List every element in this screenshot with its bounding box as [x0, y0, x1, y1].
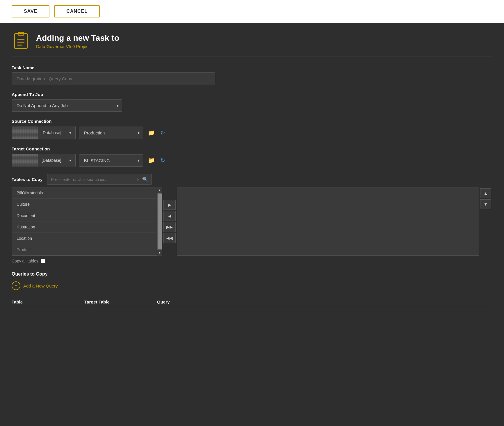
- list-item[interactable]: BillOfMaterials: [12, 187, 157, 199]
- scroll-up-btn[interactable]: ▲: [157, 187, 162, 193]
- query-col-target: Target Table: [84, 299, 157, 304]
- page-header: Adding a new Task to Data Governor V5.0 …: [12, 32, 492, 56]
- tables-search-input[interactable]: [51, 177, 134, 182]
- scroll-down-btn[interactable]: ▼: [157, 250, 162, 256]
- task-name-input[interactable]: [12, 72, 215, 85]
- target-refresh-icon[interactable]: ↻: [159, 156, 166, 165]
- move-down-button[interactable]: ▼: [480, 199, 491, 209]
- list-item[interactable]: Location: [12, 233, 157, 244]
- target-db-label: [Database]: [38, 158, 65, 163]
- source-connection-section: Source Connection [Database] ▾ Productio…: [12, 119, 492, 139]
- transfer-container: BillOfMaterials Culture Document Illustr…: [12, 187, 492, 256]
- toolbar: SAVE CANCEL: [0, 0, 504, 23]
- list-item[interactable]: Illustration: [12, 221, 157, 233]
- append-job-select[interactable]: Do Not Append to Any Job: [12, 99, 122, 112]
- queries-section-title: Queries to Copy: [12, 271, 492, 277]
- source-connection-label: Source Connection: [12, 119, 492, 124]
- source-db-label: [Database]: [38, 130, 65, 135]
- svg-rect-0: [15, 33, 27, 49]
- target-folder-icon[interactable]: 📁: [147, 156, 156, 165]
- selected-tables-panel: [177, 187, 479, 256]
- target-db-chevron-icon[interactable]: ▾: [65, 154, 75, 167]
- target-connection-section: Target Connection [Database] ▾ BI_STAGIN…: [12, 146, 492, 167]
- target-action-icons: 📁 ↻: [147, 156, 166, 165]
- target-db-select[interactable]: [Database] ▾: [12, 154, 76, 167]
- available-tables-panel: BillOfMaterials Culture Document Illustr…: [12, 187, 157, 256]
- source-db-thumbnail: [12, 127, 38, 139]
- main-content: Adding a new Task to Data Governor V5.0 …: [0, 23, 504, 426]
- source-refresh-icon[interactable]: ↻: [159, 128, 166, 137]
- add-query-row: + Add a New Query: [12, 281, 492, 290]
- move-left-button[interactable]: ◀: [163, 211, 176, 221]
- scroll-thumb: [158, 194, 162, 249]
- source-db-chevron-icon[interactable]: ▾: [65, 126, 75, 139]
- queries-section: Queries to Copy + Add a New Query Table …: [12, 271, 492, 307]
- list-item[interactable]: Product: [12, 244, 157, 255]
- move-all-right-button[interactable]: ▶▶: [163, 222, 176, 232]
- list-item[interactable]: Document: [12, 210, 157, 221]
- target-env-select[interactable]: BI_STAGING: [79, 154, 143, 167]
- clear-search-icon[interactable]: ✕: [136, 177, 140, 182]
- target-db-thumbnail: [12, 154, 38, 166]
- source-db-select[interactable]: [Database] ▾: [12, 126, 76, 139]
- task-icon: [12, 32, 30, 50]
- transfer-buttons: ▶ ◀ ▶▶ ◀◀: [162, 187, 177, 256]
- target-connection-label: Target Connection: [12, 146, 492, 151]
- append-job-section: Append To Job Do Not Append to Any Job ▾: [12, 92, 492, 112]
- source-env-select[interactable]: Production: [79, 127, 143, 139]
- source-folder-icon[interactable]: 📁: [147, 128, 156, 137]
- target-connection-row: [Database] ▾ BI_STAGING ▾ 📁 ↻: [12, 154, 492, 167]
- left-scrollbar: ▲ ▼: [157, 187, 162, 256]
- tables-section-header: Tables to Copy ✕ 🔍: [12, 174, 492, 185]
- copy-all-checkbox[interactable]: [41, 259, 45, 263]
- left-panel-area: BillOfMaterials Culture Document Illustr…: [12, 187, 162, 256]
- copy-all-label: Copy all tables: [12, 259, 38, 263]
- tables-section: Tables to Copy ✕ 🔍 BillOfMaterials Cultu…: [12, 174, 492, 263]
- append-job-select-wrapper: Do Not Append to Any Job ▾: [12, 99, 122, 112]
- list-item[interactable]: Culture: [12, 199, 157, 210]
- header-text: Adding a new Task to Data Governor V5.0 …: [36, 33, 119, 49]
- add-query-icon[interactable]: +: [12, 281, 20, 290]
- add-query-button[interactable]: Add a New Query: [23, 283, 58, 288]
- right-panel-area: ▲ ▼: [177, 187, 492, 256]
- right-panel-controls: ▲ ▼: [479, 187, 492, 256]
- page-title: Adding a new Task to: [36, 33, 119, 43]
- source-connection-row: [Database] ▾ Production ▾ 📁 ↻: [12, 126, 492, 139]
- task-name-section: Task Name: [12, 65, 492, 85]
- copy-all-row: Copy all tables: [12, 259, 492, 263]
- project-subtitle: Data Governor V5.0 Project: [36, 44, 119, 49]
- source-env-select-wrapper: Production ▾: [79, 127, 143, 139]
- source-action-icons: 📁 ↻: [147, 128, 166, 137]
- target-env-select-wrapper: BI_STAGING ▾: [79, 154, 143, 167]
- move-right-button[interactable]: ▶: [163, 200, 176, 210]
- tables-label: Tables to Copy: [12, 177, 42, 182]
- task-name-label: Task Name: [12, 65, 492, 70]
- search-icon[interactable]: 🔍: [142, 177, 148, 182]
- query-col-table: Table: [12, 299, 84, 304]
- move-up-button[interactable]: ▲: [480, 188, 491, 198]
- append-job-label: Append To Job: [12, 92, 492, 97]
- move-all-left-button[interactable]: ◀◀: [163, 233, 176, 243]
- tables-search-box[interactable]: ✕ 🔍: [47, 174, 152, 185]
- query-table-header: Table Target Table Query: [12, 296, 492, 307]
- cancel-button[interactable]: CANCEL: [54, 5, 100, 17]
- save-button[interactable]: SAVE: [12, 5, 49, 17]
- query-col-query: Query: [157, 299, 492, 304]
